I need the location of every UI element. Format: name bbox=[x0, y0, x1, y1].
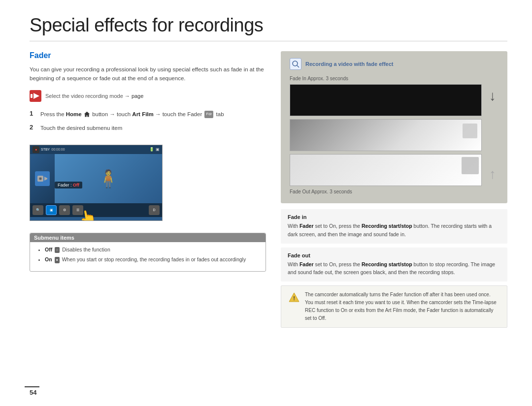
cam-left-panel bbox=[30, 154, 55, 203]
cam-btn-search[interactable]: 🔍 bbox=[33, 205, 43, 215]
cam-rec-icon: ● bbox=[33, 146, 39, 153]
prerequisite-box: Select the video recording mode → page bbox=[30, 90, 266, 102]
step-2-text: Touch the desired submenu item bbox=[40, 124, 122, 132]
submenu-on-desc: When you start or stop recording, the re… bbox=[62, 256, 246, 262]
prereq-text: Select the video recording mode → page bbox=[45, 93, 143, 99]
cam-top-right: 🔋 ▣ bbox=[149, 147, 160, 152]
cam-center-area: 🧍 bbox=[55, 154, 162, 203]
submenu-off-desc: Disables the function bbox=[62, 247, 110, 252]
step-1-text: Press the Home button → touch Art Film →… bbox=[40, 110, 224, 119]
fader-tab-icon: Fdr bbox=[204, 111, 213, 118]
warning-triangle-icon: ! bbox=[288, 292, 300, 304]
step-2-number: 2 bbox=[30, 124, 36, 131]
cam-figure: 🧍 bbox=[98, 170, 119, 187]
intro-text: You can give your recording a profession… bbox=[30, 65, 266, 83]
svg-rect-2 bbox=[31, 94, 33, 98]
fade-light-frame bbox=[290, 154, 482, 186]
cam-stby-text: STBY bbox=[41, 148, 50, 151]
submenu-title: Submenu items bbox=[30, 233, 266, 242]
fade-out-desc-title: Fade out bbox=[288, 252, 500, 258]
cam-btn-d[interactable]: D bbox=[149, 205, 160, 215]
off-icon: ○ bbox=[55, 247, 60, 253]
title-divider bbox=[30, 41, 507, 41]
fade-out-labels: Fade Out Approx. 3 seconds bbox=[290, 189, 499, 194]
main-content: Fader You can give your recording a prof… bbox=[30, 51, 507, 396]
submenu-on-label: On bbox=[45, 256, 52, 262]
cam-memory-icon: ▣ bbox=[156, 147, 160, 152]
fade-arrow-col: ↓ ↑ bbox=[487, 84, 499, 186]
recording-search-icon bbox=[290, 58, 301, 70]
home-icon bbox=[84, 111, 90, 118]
fade-mid-frame bbox=[290, 119, 482, 151]
cam-btn-selected[interactable]: ▣ bbox=[46, 205, 57, 215]
fade-in-label: Fade In Approx. 3 seconds bbox=[290, 76, 348, 81]
on-icon: ● bbox=[55, 257, 60, 263]
fade-out-desc-text: With Fader set to On, press the Recordin… bbox=[288, 260, 500, 277]
cam-video-icon bbox=[35, 171, 50, 186]
section-title: Fader bbox=[30, 51, 266, 60]
fader-label-text: Fader : bbox=[58, 183, 73, 187]
cam-btn-d-icon: D bbox=[153, 208, 155, 212]
fade-visual-area: ↓ ↑ bbox=[290, 84, 499, 186]
submenu-off-label: Off bbox=[45, 247, 52, 252]
fade-in-desc-section: Fade in With Fader set to On, press the … bbox=[281, 209, 507, 244]
steps-list: 1 Press the Home button → touch Art Film… bbox=[30, 110, 266, 138]
step-2: 2 Touch the desired submenu item bbox=[30, 124, 266, 132]
svg-line-8 bbox=[297, 65, 299, 67]
fade-up-arrow: ↑ bbox=[489, 167, 496, 181]
camera-screenshot: ● STBY 00:00:00 🔋 ▣ bbox=[30, 145, 163, 221]
page-container: Special effects for recordings Fader You… bbox=[0, 0, 532, 406]
right-column: Recording a video with fade effect Fade … bbox=[281, 51, 507, 396]
svg-text:!: ! bbox=[293, 295, 295, 301]
right-top-box: Recording a video with fade effect Fade … bbox=[281, 51, 507, 203]
left-column: Fader You can give your recording a prof… bbox=[30, 51, 266, 396]
fade-down-arrow: ↓ bbox=[489, 89, 496, 103]
submenu-list: Off ○ Disables the function On ● When yo… bbox=[37, 246, 259, 264]
submenu-item-off: Off ○ Disables the function bbox=[45, 246, 259, 254]
fade-in-desc-text: With Fader set to On, press the Recordin… bbox=[288, 222, 500, 239]
cam-top-left: ● STBY 00:00:00 bbox=[33, 146, 65, 153]
step-1-number: 1 bbox=[30, 110, 36, 117]
page-number-divider bbox=[25, 386, 39, 387]
video-mode-icon bbox=[30, 90, 41, 102]
cam-top-bar: ● STBY 00:00:00 🔋 ▣ bbox=[30, 145, 162, 154]
warning-box: ! The camcorder automatically turns the … bbox=[281, 285, 507, 328]
fade-in-labels: Fade In Approx. 3 seconds bbox=[290, 76, 499, 81]
submenu-item-on: On ● When you start or stop recording, t… bbox=[45, 256, 259, 264]
fade-in-desc-title: Fade in bbox=[288, 214, 500, 220]
cam-main-view: 🧍 Fader : Off bbox=[30, 154, 162, 203]
cam-counter: 00:00:00 bbox=[51, 148, 65, 151]
cam-battery-icon: 🔋 bbox=[149, 147, 154, 152]
fader-value-text: Off bbox=[73, 183, 79, 187]
svg-point-6 bbox=[40, 178, 41, 179]
step-1: 1 Press the Home button → touch Art Film… bbox=[30, 110, 266, 119]
fade-in-dark-frame bbox=[290, 84, 482, 116]
page-number: 54 bbox=[30, 389, 36, 396]
page-title: Special effects for recordings bbox=[30, 15, 507, 36]
cam-btn-3[interactable]: ⚙ bbox=[59, 205, 70, 215]
cam-selected-icon: ▣ bbox=[50, 208, 53, 212]
fade-out-desc-section: Fade out With Fader set to On, press the… bbox=[281, 248, 507, 282]
recording-header: Recording a video with fade effect bbox=[290, 58, 499, 70]
cam-search-icon: 🔍 bbox=[36, 208, 40, 212]
svg-marker-4 bbox=[44, 177, 47, 181]
submenu-box: Submenu items Off ○ Disables the functio… bbox=[30, 233, 266, 272]
cam-btn-3-icon: ⚙ bbox=[63, 208, 66, 212]
fader-overlay: Fader : Off bbox=[55, 182, 82, 188]
warning-text: The camcorder automatically turns the Fa… bbox=[305, 291, 500, 322]
recording-title-text: Recording a video with fade effect bbox=[305, 61, 393, 67]
fade-out-label: Fade Out Approx. 3 seconds bbox=[290, 189, 352, 194]
fade-images-col bbox=[290, 84, 482, 186]
svg-point-7 bbox=[293, 61, 298, 66]
